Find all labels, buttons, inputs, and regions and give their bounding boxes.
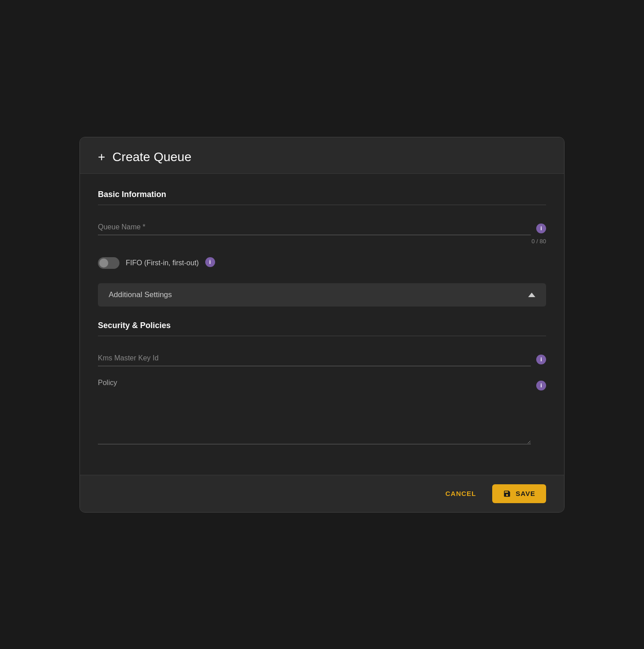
fifo-info-icon[interactable]: i	[205, 257, 215, 267]
basic-info-divider	[98, 205, 546, 205]
save-label: SAVE	[516, 490, 535, 497]
additional-settings-bar[interactable]: Additional Settings	[98, 283, 546, 307]
save-button[interactable]: SAVE	[492, 484, 546, 503]
policy-textarea[interactable]	[98, 390, 531, 444]
kms-info-icon[interactable]: i	[536, 355, 546, 364]
policy-input-wrapper: Policy i	[98, 379, 546, 446]
basic-info-title: Basic Information	[98, 190, 546, 199]
kms-key-input[interactable]	[98, 351, 531, 366]
modal-title: Create Queue	[112, 150, 191, 164]
fifo-label: FIFO (First-in, first-out)	[126, 259, 199, 267]
policy-group: Policy i	[98, 379, 546, 446]
plus-icon: +	[98, 151, 105, 163]
toggle-slider	[98, 257, 119, 269]
policy-info-icon[interactable]: i	[536, 381, 546, 390]
kms-input-wrapper: i	[98, 351, 546, 366]
basic-info-section: Basic Information i 0 / 80 FIFO (Firs	[98, 190, 546, 269]
policy-field-wrapper: Policy	[98, 379, 531, 446]
kms-key-group: i	[98, 351, 546, 366]
security-policies-title: Security & Policies	[98, 321, 546, 330]
policy-label: Policy	[98, 379, 531, 387]
save-icon	[503, 490, 511, 498]
queue-name-char-count: 0 / 80	[98, 238, 546, 245]
chevron-up-icon	[528, 293, 535, 297]
queue-name-info-icon[interactable]: i	[536, 224, 546, 233]
fifo-row: FIFO (First-in, first-out) i	[98, 257, 546, 269]
create-queue-modal: + Create Queue Basic Information i 0 / 8…	[79, 137, 565, 513]
modal-header: + Create Queue	[80, 137, 564, 174]
queue-name-input[interactable]	[98, 219, 531, 235]
queue-name-group: i 0 / 80	[98, 219, 546, 245]
cancel-button[interactable]: CANCEL	[438, 485, 484, 502]
security-policies-section: Security & Policies i Policy	[98, 321, 546, 446]
modal-footer: CANCEL SAVE	[80, 475, 564, 512]
fifo-toggle[interactable]	[98, 257, 119, 269]
additional-settings-label: Additional Settings	[109, 290, 172, 299]
queue-name-wrapper: i	[98, 219, 546, 235]
save-svg	[503, 490, 511, 498]
modal-body: Basic Information i 0 / 80 FIFO (Firs	[80, 174, 564, 475]
security-policies-divider	[98, 336, 546, 336]
